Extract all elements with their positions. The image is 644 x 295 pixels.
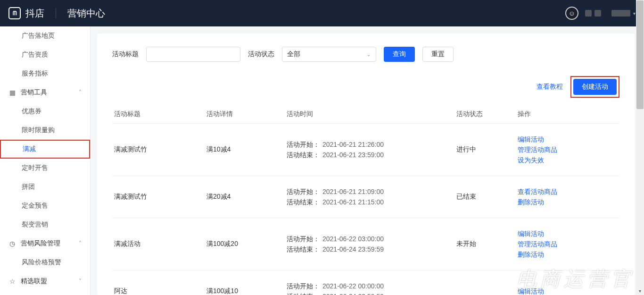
create-highlight-box: 创建活动 xyxy=(570,76,619,98)
cell-ops: 查看活动商品删除活动 xyxy=(518,186,619,207)
logo-block: ᗰ 抖店 营销中心 xyxy=(8,7,105,20)
filter-title-label: 活动标题 xyxy=(112,50,139,59)
cell-detail: 满20减4 xyxy=(206,193,287,201)
sidebar-group-marketing-tools[interactable]: ▦ 营销工具 ˄ xyxy=(0,83,90,102)
table-row: 满减测试竹满20减4活动开始：2021-06-21 21:09:00活动结束：2… xyxy=(112,176,619,218)
sidebar: 广告落地页 广告资质 服务指标 ▦ 营销工具 ˄ 优惠券 限时限量购 满减 定时… xyxy=(0,26,91,295)
logo-text: 抖店 xyxy=(25,7,44,20)
cell-status: 已结束 xyxy=(456,193,518,201)
filter-title-input[interactable] xyxy=(146,47,240,62)
cell-ops: 编辑活动管理活动商品删除活动 xyxy=(518,228,619,260)
filter-status-select[interactable]: 全部 ⌄ xyxy=(282,47,376,62)
scroll-thumb[interactable] xyxy=(636,0,644,109)
op-link[interactable]: 管理活动商品 xyxy=(518,239,619,249)
cell-time: 活动开始：2021-06-22 00:00:00活动结束：2021-06-24 … xyxy=(287,281,456,295)
table-row: 阿达满100减10活动开始：2021-06-22 00:00:00活动结束：20… xyxy=(112,270,619,295)
scrollbar[interactable]: ▴ ▾ xyxy=(636,0,644,295)
chevron-up-icon: ˄ xyxy=(79,240,82,247)
op-link[interactable]: 编辑活动 xyxy=(518,286,619,295)
op-link[interactable]: 设为失效 xyxy=(518,155,619,165)
user-info[interactable]: ▾ xyxy=(585,10,636,17)
sidebar-item-full-reduction[interactable]: 满减 xyxy=(0,140,90,159)
cell-detail: 满100减20 xyxy=(206,240,287,248)
cell-title: 满减测试竹 xyxy=(112,145,206,154)
star-icon: ☆ xyxy=(8,278,16,285)
header-bar: ᗰ 抖店 营销中心 ☺ ▾ xyxy=(0,0,644,26)
cell-ops: 编辑活动管理活动商品设为失效 xyxy=(518,134,619,165)
sidebar-item-deposit-presale[interactable]: 定金预售 xyxy=(0,196,90,215)
cell-title: 阿达 xyxy=(112,287,206,295)
table-header: 活动标题 活动详情 活动时间 活动状态 操作 xyxy=(112,105,619,124)
col-status: 活动状态 xyxy=(456,110,518,118)
logo-icon: ᗰ xyxy=(8,7,21,19)
op-link[interactable]: 删除活动 xyxy=(518,249,619,260)
cell-time: 活动开始：2021-06-21 21:09:00活动结束：2021-06-21 … xyxy=(287,186,456,207)
col-detail: 活动详情 xyxy=(206,110,287,118)
activity-table: 活动标题 活动详情 活动时间 活动状态 操作 满减测试竹满10减4活动开始：20… xyxy=(112,105,619,295)
cell-title: 满减测试竹 xyxy=(112,193,206,201)
chevron-down-icon: ▾ xyxy=(633,11,636,16)
module-title: 营销中心 xyxy=(67,7,105,20)
sidebar-item-landing-page[interactable]: 广告落地页 xyxy=(0,26,90,45)
cell-detail: 满100减10 xyxy=(206,287,287,295)
chevron-up-icon: ˄ xyxy=(79,89,82,96)
sidebar-item-ad-qualification[interactable]: 广告资质 xyxy=(0,45,90,64)
tutorial-link[interactable]: 查看教程 xyxy=(537,83,563,91)
sidebar-item-service-kpi[interactable]: 服务指标 xyxy=(0,64,90,83)
sidebar-group-alliance[interactable]: ☆ 精选联盟 ˅ xyxy=(0,272,90,291)
cell-time: 活动开始：2021-06-21 21:26:00活动结束：2021-06-21 … xyxy=(287,139,456,160)
cell-status: 进行中 xyxy=(456,145,518,154)
reset-button[interactable]: 重置 xyxy=(422,47,454,62)
table-row: 满减活动满100减20活动开始：2021-06-22 03:00:00活动结束：… xyxy=(112,218,619,270)
create-activity-button[interactable]: 创建活动 xyxy=(573,79,617,95)
op-link[interactable]: 查看活动商品 xyxy=(518,186,619,197)
sidebar-item-scheduled-sale[interactable]: 定时开售 xyxy=(0,159,90,177)
coupon-icon: ▦ xyxy=(8,89,16,96)
op-link[interactable]: 编辑活动 xyxy=(518,228,619,239)
chevron-down-icon: ˅ xyxy=(79,278,82,285)
select-value: 全部 xyxy=(287,50,300,59)
col-title: 活动标题 xyxy=(112,110,206,118)
sidebar-item-viral-marketing[interactable]: 裂变营销 xyxy=(0,215,90,234)
sidebar-group-risk-management[interactable]: ◷ 营销风险管理 ˄ xyxy=(0,234,90,253)
logo-divider xyxy=(56,8,56,18)
op-link[interactable]: 编辑活动 xyxy=(518,134,619,144)
avatar[interactable]: ☺ xyxy=(565,7,578,20)
filter-bar: 活动标题 活动状态 全部 ⌄ 查询 重置 xyxy=(112,47,619,62)
col-time: 活动时间 xyxy=(287,110,456,118)
op-link[interactable]: 管理活动商品 xyxy=(518,144,619,155)
cell-detail: 满10减4 xyxy=(206,145,287,154)
scroll-down-icon[interactable]: ▾ xyxy=(636,287,644,295)
query-button[interactable]: 查询 xyxy=(384,47,415,62)
cell-title: 满减活动 xyxy=(112,240,206,248)
sidebar-item-group-buy[interactable]: 拼团 xyxy=(0,177,90,196)
content: 活动标题 活动状态 全部 ⌄ 查询 重置 查看教程 创建活动 活动标题 xyxy=(97,34,635,295)
sidebar-item-price-risk-alert[interactable]: 风险价格预警 xyxy=(0,253,90,272)
op-link[interactable]: 删除活动 xyxy=(518,197,619,207)
table-row: 满减测试竹满10减4活动开始：2021-06-21 21:26:00活动结束：2… xyxy=(112,124,619,176)
col-ops: 操作 xyxy=(518,110,619,118)
filter-status-label: 活动状态 xyxy=(248,50,274,59)
action-row: 查看教程 创建活动 xyxy=(112,76,619,98)
cell-ops: 编辑活动 xyxy=(518,286,619,295)
cell-time: 活动开始：2021-06-22 03:00:00活动结束：2021-06-24 … xyxy=(287,234,456,254)
cell-status: 未开始 xyxy=(456,240,518,248)
clock-icon: ◷ xyxy=(8,240,16,247)
chevron-down-icon: ⌄ xyxy=(366,51,371,58)
header-right: ☺ ▾ xyxy=(565,7,636,20)
sidebar-item-flash-sale[interactable]: 限时限量购 xyxy=(0,121,90,140)
sidebar-item-coupon[interactable]: 优惠券 xyxy=(0,102,90,121)
